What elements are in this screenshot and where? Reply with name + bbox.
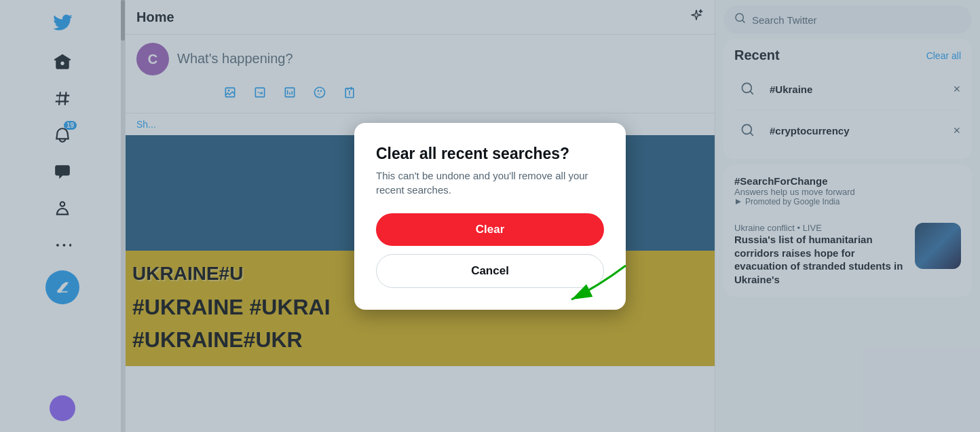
modal-title: Clear all recent searches? bbox=[376, 145, 604, 163]
modal-cancel-button[interactable]: Cancel bbox=[376, 254, 604, 288]
modal-dialog: Clear all recent searches? This can't be… bbox=[354, 123, 626, 310]
modal-overlay[interactable]: Clear all recent searches? This can't be… bbox=[0, 0, 980, 432]
modal-clear-button[interactable]: Clear bbox=[376, 213, 604, 246]
modal-description: This can't be undone and you'll remove a… bbox=[376, 168, 604, 197]
